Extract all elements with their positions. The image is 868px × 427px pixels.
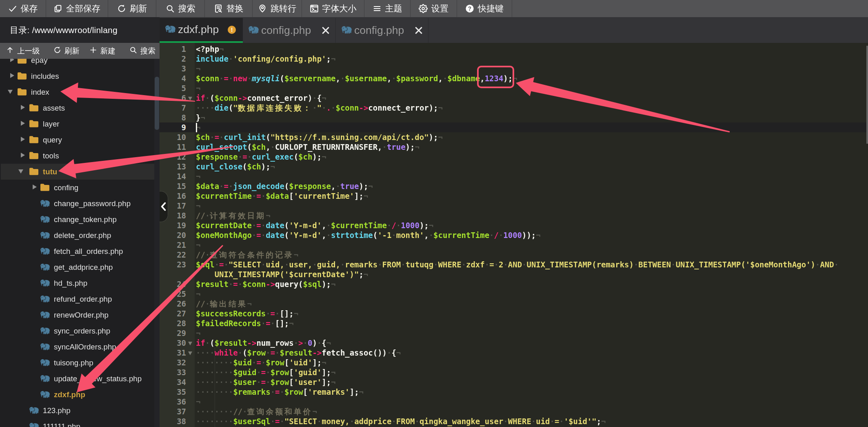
tree-row-sync_orders.php[interactable]: sync_orders.php xyxy=(0,323,154,339)
eol-marker: ¬ xyxy=(312,407,317,416)
chevron-right-icon[interactable] xyxy=(10,73,14,78)
sidebar-toolbar-up-level[interactable]: 上一级 xyxy=(6,43,40,59)
tree-row-renewOrder.php[interactable]: renewOrder.php xyxy=(0,307,154,323)
sidebar-toolbar-plus[interactable]: 新建 xyxy=(89,43,115,59)
space-dot: · xyxy=(494,260,499,269)
tree-row-tools[interactable]: tools xyxy=(0,148,154,164)
chevron-right-icon[interactable] xyxy=(21,121,25,126)
space-dot: · xyxy=(261,319,266,328)
chevron-down-icon[interactable] xyxy=(8,90,13,94)
line-number: 10 xyxy=(160,132,186,142)
toolbar-button-refresh[interactable]: 刷新 xyxy=(108,0,156,17)
close-icon[interactable] xyxy=(322,27,329,35)
space-dot: · xyxy=(210,387,214,396)
tree-row-get_addprice.php[interactable]: get_addprice.php xyxy=(0,259,154,275)
toolbar-button-replace[interactable]: 替换 xyxy=(205,0,253,17)
tree-row-delete_order.php[interactable]: delete_order.php xyxy=(0,227,154,243)
top-toolbar: 保存全部保存刷新搜索替换跳转行字体大小主题设置?快捷键 xyxy=(0,0,868,17)
eol-marker: ¬ xyxy=(322,358,326,367)
line-number: 12 xyxy=(160,152,186,162)
tree-row-update_renew_status.php[interactable]: update_renew_status.php xyxy=(0,371,154,387)
php-elephant-icon xyxy=(29,407,39,416)
line-number: 8 xyxy=(160,113,186,122)
line-number: 15 xyxy=(160,181,186,191)
sidebar-toolbar-search[interactable]: 搜索 xyxy=(129,43,155,59)
tree-row-change_password.php[interactable]: change_password.php xyxy=(0,196,154,211)
tree-row-tuisong.php[interactable]: tuisong.php xyxy=(0,355,154,371)
tree-row-assets[interactable]: assets xyxy=(0,100,154,116)
line-number: 19 xyxy=(160,220,186,230)
code-token: // xyxy=(196,250,205,259)
space-dot: · xyxy=(489,231,494,240)
eol-marker: ¬ xyxy=(196,240,200,249)
tree-scrollbar-thumb[interactable] xyxy=(155,77,159,130)
tree-row-index[interactable]: index xyxy=(0,84,154,100)
tree-row-111111.php[interactable]: 111111.php xyxy=(0,418,154,427)
code-token: = xyxy=(256,358,261,367)
tree-row-tutu[interactable]: tutu xyxy=(0,164,154,180)
sidebar-toolbar-refresh[interactable]: 刷新 xyxy=(53,43,80,59)
tab-config.php[interactable]: config.php xyxy=(243,18,336,43)
folder-icon xyxy=(29,104,39,113)
space-dot: · xyxy=(256,378,261,387)
code-token: ) xyxy=(312,338,317,347)
goto-line-icon xyxy=(258,4,267,13)
tree-row-change_token.php[interactable]: change_token.php xyxy=(0,211,154,227)
code-token: , xyxy=(322,221,326,230)
php-elephant-icon xyxy=(248,26,259,36)
tree-row-zdxf.php[interactable]: zdxf.php xyxy=(0,387,154,403)
tree-scrollbar[interactable] xyxy=(154,59,160,427)
code-token: 查询符合条件的记录 xyxy=(210,250,293,259)
space-dot: · xyxy=(215,358,219,367)
tree-row-layer[interactable]: layer xyxy=(0,116,154,132)
fold-arrow-icon[interactable] xyxy=(188,342,192,345)
space-dot: · xyxy=(312,93,317,102)
toolbar-button-goto-line[interactable]: 跳转行 xyxy=(253,0,302,17)
chevron-right-icon[interactable] xyxy=(33,185,37,189)
toolbar-spacer xyxy=(512,0,868,17)
code-token: $ch xyxy=(196,133,210,142)
chevron-right-icon[interactable] xyxy=(10,59,14,62)
eol-marker: ¬ xyxy=(196,201,200,210)
code-line-36: ¬ xyxy=(196,397,200,407)
code-token: ( xyxy=(284,182,289,191)
chevron-right-icon[interactable] xyxy=(21,153,25,158)
editor-scrollbar-thumb[interactable] xyxy=(866,46,868,144)
tab-zdxf.php-active[interactable]: zdxf.php! xyxy=(160,18,243,43)
code-token: curl_init xyxy=(224,133,266,142)
tree-row-epay[interactable]: epay xyxy=(0,59,154,68)
tree-row-fetch_all_orders.php[interactable]: fetch_all_orders.php xyxy=(0,243,154,259)
toolbar-button-settings[interactable]: 设置 xyxy=(411,0,457,17)
sidebar-collapse-handle[interactable] xyxy=(160,191,168,222)
chevron-down-icon[interactable] xyxy=(18,169,23,173)
space-dot: · xyxy=(210,348,214,357)
toolbar-button-theme[interactable]: 主题 xyxy=(364,0,411,17)
close-icon[interactable] xyxy=(415,27,422,35)
tree-row-syncAllOrders.php[interactable]: syncAllOrders.php xyxy=(0,339,154,355)
line-number: 11 xyxy=(160,142,186,152)
eol-marker: ¬ xyxy=(364,270,368,279)
fold-arrow-icon[interactable] xyxy=(188,351,192,355)
space-dot: · xyxy=(261,191,266,200)
toolbar-button-copy[interactable]: 全部保存 xyxy=(46,0,108,17)
code-token: $ch xyxy=(247,162,261,171)
chevron-right-icon[interactable] xyxy=(21,105,25,110)
toolbar-button-check[interactable]: 保存 xyxy=(0,0,46,17)
eol-marker: ¬ xyxy=(429,221,433,230)
chevron-right-icon[interactable] xyxy=(21,137,25,142)
tree-row-query[interactable]: query xyxy=(0,132,154,148)
line-number: 9 xyxy=(160,122,186,132)
tree-row-confing[interactable]: confing xyxy=(0,180,154,196)
fold-arrow-icon[interactable] xyxy=(188,97,192,100)
toolbar-button-search[interactable]: 搜索 xyxy=(156,0,205,17)
space-dot: · xyxy=(261,260,266,269)
tree-row-hd_ts.php[interactable]: hd_ts.php xyxy=(0,275,154,291)
toolbar-button-hotkey[interactable]: ?快捷键 xyxy=(457,0,512,17)
tree-row-123.php[interactable]: 123.php xyxy=(0,403,154,418)
code-editor[interactable]: 1234567891011121314151617181920212223242… xyxy=(160,43,868,427)
tab-config.php[interactable]: config.php xyxy=(336,18,428,43)
tree-row-refund_order.php[interactable]: refund_order.php xyxy=(0,291,154,307)
space-dot: · xyxy=(387,348,391,357)
tree-row-includes[interactable]: includes xyxy=(0,68,154,84)
toolbar-button-font-size[interactable]: 字体大小 xyxy=(302,0,364,17)
